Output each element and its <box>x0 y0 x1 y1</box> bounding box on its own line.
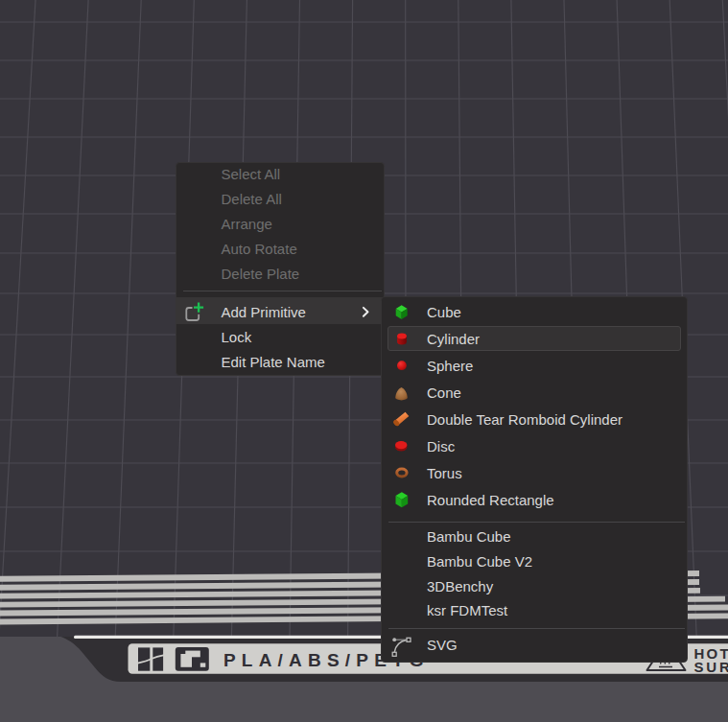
svg-text:SUR: SUR <box>694 659 728 675</box>
